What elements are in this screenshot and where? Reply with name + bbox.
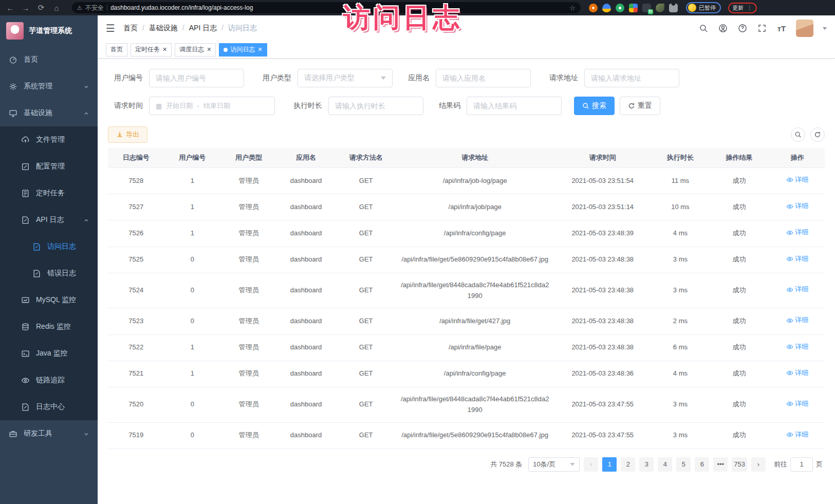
sidebar-item-schedule[interactable]: 定时任务: [0, 180, 98, 207]
sidebar-item-mysql-monitor[interactable]: MySQL 监控: [0, 287, 98, 313]
user-id-input[interactable]: [156, 74, 237, 82]
cell-id: 7524: [108, 273, 164, 308]
back-icon[interactable]: ←: [4, 2, 16, 14]
refresh-table-button[interactable]: [810, 127, 825, 142]
sidebar-item-error-log[interactable]: 错误日志: [0, 260, 98, 287]
search-button[interactable]: 搜索: [574, 97, 615, 115]
kebab-menu-icon[interactable]: ⋮: [747, 4, 753, 11]
detail-link[interactable]: 详细: [786, 315, 808, 326]
sidebar-item-trace[interactable]: 链路追踪: [0, 367, 98, 394]
extensions-row: 翻: [589, 4, 678, 12]
page-button-5[interactable]: 5: [676, 457, 691, 472]
sidebar-item-redis-monitor[interactable]: Redis 监控: [0, 313, 98, 340]
sidebar-item-dev-tools[interactable]: 研发工具: [0, 420, 98, 447]
mysql-monitor-icon: [21, 295, 30, 305]
forward-icon[interactable]: →: [20, 2, 32, 14]
more-pages-button[interactable]: •••: [713, 457, 728, 472]
eye-icon: [786, 255, 793, 263]
sidebar-item-java-monitor[interactable]: Java 监控: [0, 340, 98, 367]
close-icon[interactable]: ✕: [207, 46, 211, 53]
sidebar-item-monitor[interactable]: 基础设施: [0, 100, 98, 126]
page-size-select[interactable]: 10条/页: [528, 457, 580, 472]
page-button-6[interactable]: 6: [695, 457, 709, 472]
page-button-4[interactable]: 4: [658, 457, 672, 472]
reset-button[interactable]: 重置: [620, 97, 660, 115]
sidebar-item-access-log[interactable]: 访问日志: [0, 233, 98, 260]
gear-icon: [8, 82, 17, 91]
sidebar-item-label: Java 监控: [36, 349, 89, 358]
detail-link[interactable]: 详细: [786, 284, 808, 295]
sidebar: 芋道管理系统 首页系统管理基础设施文件管理配置管理定时任务API 日志访问日志错…: [0, 15, 98, 504]
detail-link[interactable]: 详细: [786, 399, 808, 409]
shield-extension-icon[interactable]: [602, 4, 611, 12]
avatar-caret-icon[interactable]: [823, 27, 827, 30]
cell-time: 2021-05-03 23:48:36: [553, 361, 652, 387]
bookmark-star-icon[interactable]: ☆: [569, 4, 576, 12]
help-icon[interactable]: [737, 23, 748, 33]
browser-update-button[interactable]: 更新 ⋮: [728, 3, 757, 13]
tab-home[interactable]: 首页: [106, 43, 127, 57]
cell-user-id: 0: [164, 422, 221, 449]
puzzle-extensions-icon[interactable]: [669, 4, 678, 12]
prev-page-button[interactable]: ‹: [584, 457, 598, 472]
detail-link[interactable]: 详细: [786, 201, 808, 212]
detail-link[interactable]: 详细: [786, 430, 808, 440]
translate-extension-icon[interactable]: 翻: [642, 4, 651, 12]
cell-url: /api/infra/file/get/8448cada8c7f4e4ab61f…: [397, 387, 553, 422]
address-bar[interactable]: ⚠ 不安全 dashboard.yudao.iocoder.cn/infra/l…: [72, 2, 581, 13]
sidebar-item-log-center[interactable]: 日志中心: [0, 394, 98, 420]
page-button-1[interactable]: 1: [602, 457, 617, 472]
detail-link[interactable]: 详细: [786, 254, 808, 265]
detail-link[interactable]: 详细: [786, 175, 808, 185]
page-button-2[interactable]: 2: [621, 457, 635, 472]
page-button-753[interactable]: 753: [732, 457, 747, 472]
browser-profile-chip[interactable]: 已暂停: [686, 2, 721, 13]
leaf-extension-icon[interactable]: [656, 4, 664, 12]
duration-input[interactable]: [335, 102, 417, 110]
detail-link[interactable]: 详细: [786, 368, 808, 379]
sidebar-item-label: 文件管理: [36, 135, 89, 144]
cell-duration: 6 ms: [652, 334, 709, 361]
url-text[interactable]: dashboard.yudao.iocoder.cn/infra/log/api…: [110, 4, 566, 11]
sidebar-item-gauge[interactable]: 首页: [0, 46, 98, 73]
breadcrumb-home[interactable]: 首页: [123, 24, 144, 33]
sidebar-item-edit[interactable]: 配置管理: [0, 153, 98, 180]
date-range-picker[interactable]: ▦ 开始日期 - 结束日期: [149, 97, 275, 115]
reload-icon[interactable]: ⟳: [35, 2, 47, 14]
tab-cron-job[interactable]: 定时任务 ✕: [131, 43, 172, 57]
detail-link[interactable]: 详细: [786, 227, 808, 238]
toggle-search-button[interactable]: [791, 127, 805, 142]
user-type-select[interactable]: 请选择用户类型: [298, 69, 393, 87]
home-icon[interactable]: ⌂: [50, 2, 63, 14]
app-logo[interactable]: 芋道管理系统: [0, 15, 98, 46]
hamburger-icon[interactable]: ☰: [106, 22, 115, 34]
breadcrumb-api-log[interactable]: API 日志: [189, 24, 224, 33]
wechat-devtools-extension-icon[interactable]: [616, 4, 624, 12]
breadcrumb-infra[interactable]: 基础设施: [149, 24, 184, 33]
colorful-extension-icon[interactable]: [629, 4, 638, 12]
result-code-input[interactable]: [473, 102, 555, 110]
tab-job-log[interactable]: 调度日志 ✕: [175, 43, 216, 57]
next-page-button[interactable]: ›: [751, 457, 766, 472]
profile-status-label: 已暂停: [699, 4, 716, 12]
goto-page-input[interactable]: [790, 457, 813, 472]
download-icon: [116, 131, 123, 138]
app-name-input[interactable]: [442, 74, 524, 82]
tab-access-log[interactable]: 访问日志 ✕: [219, 43, 267, 57]
security-label[interactable]: 不安全: [85, 4, 104, 12]
fullscreen-icon[interactable]: [757, 23, 767, 33]
detail-link[interactable]: 详细: [786, 342, 808, 352]
close-icon[interactable]: ✕: [257, 46, 262, 53]
search-icon[interactable]: [698, 23, 709, 33]
sidebar-item-cloud-upload[interactable]: 文件管理: [0, 126, 98, 153]
extension-icon[interactable]: [589, 4, 598, 12]
github-icon[interactable]: [718, 23, 728, 33]
page-button-3[interactable]: 3: [639, 457, 654, 472]
request-url-input[interactable]: [591, 74, 673, 82]
font-size-icon[interactable]: тT: [776, 23, 787, 33]
user-avatar[interactable]: [796, 20, 813, 37]
close-icon[interactable]: ✕: [162, 46, 167, 53]
sidebar-item-gear[interactable]: 系统管理: [0, 73, 98, 100]
sidebar-item-api-log[interactable]: API 日志: [0, 207, 98, 233]
export-button[interactable]: 导出: [108, 126, 147, 143]
